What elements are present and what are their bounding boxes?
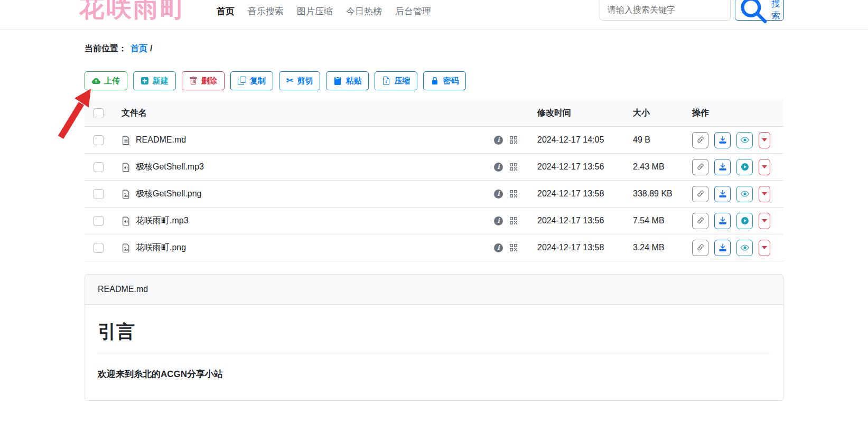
qr-code-icon[interactable] — [509, 243, 518, 252]
nav-item-music-search[interactable]: 音乐搜索 — [248, 5, 284, 17]
info-icon[interactable]: i — [494, 216, 503, 225]
paste-button[interactable]: 粘贴 — [326, 71, 369, 90]
plus-square-icon — [141, 77, 149, 85]
link-button[interactable] — [692, 159, 708, 175]
copy-button-label: 复制 — [250, 76, 266, 86]
file-name-link[interactable]: 极核GetShell.png — [136, 189, 202, 200]
file-name-link[interactable]: 极核GetShell.mp3 — [136, 162, 204, 173]
file-image-icon — [122, 243, 130, 252]
preview-button[interactable] — [736, 240, 753, 256]
column-header-size: 大小 — [625, 108, 684, 119]
cut-button[interactable]: ✂ 剪切 — [279, 71, 320, 90]
link-icon — [696, 243, 705, 252]
file-name-link[interactable]: 花咲雨町.png — [136, 242, 186, 253]
delete-button-label: 删除 — [201, 76, 217, 86]
info-icon[interactable]: i — [494, 243, 503, 252]
nav-item-admin[interactable]: 后台管理 — [395, 5, 431, 17]
table-row: 极核GetShell.mp3 i 2024-12-17 13:56 2.43 M… — [85, 154, 783, 181]
paste-button-label: 粘贴 — [346, 76, 361, 86]
row-checkbox[interactable] — [94, 162, 104, 172]
info-icon[interactable]: i — [494, 163, 503, 172]
qr-code-icon[interactable] — [509, 136, 518, 144]
site-logo-text: 花咲雨町 — [79, 0, 187, 22]
nav-item-trending[interactable]: 今日热榜 — [346, 5, 382, 17]
info-icon[interactable]: i — [494, 190, 503, 199]
readme-heading: 引言 — [98, 319, 770, 344]
new-button-label: 新建 — [153, 76, 169, 86]
nav-item-home[interactable]: 首页 — [217, 5, 235, 17]
download-button[interactable] — [714, 240, 731, 256]
table-row: README.md i 2024-12-17 14:05 49 B — [85, 127, 783, 154]
row-checkbox[interactable] — [94, 216, 104, 226]
new-button[interactable]: 新建 — [133, 71, 176, 90]
download-button[interactable] — [714, 159, 731, 175]
main-content: 当前位置：首页/ 上传 新建 删除 复制 ✂ 剪切 粘贴 压缩 — [85, 43, 783, 401]
more-actions-button[interactable] — [759, 132, 770, 148]
more-actions-button[interactable] — [759, 213, 770, 229]
compress-button-label: 压缩 — [394, 76, 410, 86]
download-button[interactable] — [714, 213, 731, 229]
column-header-modified: 修改时间 — [528, 108, 625, 119]
more-actions-button[interactable] — [759, 240, 770, 256]
compress-button[interactable]: 压缩 — [375, 71, 417, 90]
eye-icon — [741, 190, 749, 198]
link-icon — [696, 136, 705, 144]
scissors-icon: ✂ — [286, 77, 293, 85]
file-name-link[interactable]: README.md — [136, 135, 186, 145]
main-nav: 首页 音乐搜索 图片压缩 今日热榜 后台管理 — [217, 0, 431, 22]
download-icon — [718, 163, 727, 171]
file-table: 文件名 修改时间 大小 操作 README.md i 2024-12-17 14… — [85, 100, 783, 261]
download-icon — [718, 136, 727, 144]
delete-button[interactable]: 删除 — [182, 71, 225, 90]
row-checkbox[interactable] — [94, 135, 104, 145]
paste-icon — [333, 77, 342, 85]
password-button[interactable]: 密码 — [423, 71, 466, 90]
site-logo[interactable]: 花咲雨町 — [79, 0, 187, 25]
upload-button[interactable]: 上传 — [85, 71, 127, 90]
select-all-checkbox[interactable] — [94, 108, 104, 118]
link-button[interactable] — [692, 240, 708, 256]
file-text-icon — [122, 136, 130, 145]
link-button[interactable] — [692, 213, 708, 229]
play-circle-icon — [741, 163, 749, 171]
row-checkbox[interactable] — [94, 243, 104, 253]
readme-divider — [98, 353, 770, 353]
qr-code-icon[interactable] — [509, 190, 518, 198]
download-button[interactable] — [714, 132, 731, 148]
link-icon — [696, 190, 705, 198]
caret-down-icon — [762, 192, 767, 195]
link-button[interactable] — [692, 132, 708, 148]
breadcrumb: 当前位置：首页/ — [85, 43, 783, 54]
modified-time: 2024-12-17 13:58 — [528, 243, 625, 252]
link-button[interactable] — [692, 186, 708, 202]
readme-text: 欢迎来到糸北的ACGN分享小站 — [98, 368, 770, 380]
info-icon[interactable]: i — [494, 136, 503, 145]
link-icon — [696, 163, 705, 171]
search-input[interactable] — [600, 0, 731, 21]
modified-time: 2024-12-17 13:56 — [528, 162, 625, 172]
more-actions-button[interactable] — [759, 159, 770, 175]
play-button[interactable] — [736, 213, 753, 229]
table-row: 极核GetShell.png i 2024-12-17 13:58 338.89… — [85, 181, 783, 208]
search-icon — [739, 0, 768, 30]
file-name-link[interactable]: 花咲雨町.mp3 — [136, 215, 189, 227]
file-size: 7.54 MB — [625, 216, 684, 225]
modified-time: 2024-12-17 13:56 — [528, 216, 625, 225]
search-button[interactable]: 搜索 — [735, 0, 784, 21]
qr-code-icon[interactable] — [509, 163, 518, 171]
breadcrumb-home-link[interactable]: 首页 — [130, 44, 147, 53]
download-button[interactable] — [714, 186, 731, 202]
trash-icon — [189, 77, 198, 85]
copy-button[interactable]: 复制 — [230, 71, 273, 90]
column-header-actions: 操作 — [684, 108, 783, 119]
preview-button[interactable] — [736, 186, 753, 202]
preview-button[interactable] — [736, 132, 753, 148]
row-checkbox[interactable] — [94, 189, 104, 199]
qr-code-icon[interactable] — [509, 216, 518, 225]
breadcrumb-label: 当前位置： — [85, 44, 127, 53]
top-header: 花咲雨町 首页 音乐搜索 图片压缩 今日热榜 后台管理 搜索 — [0, 0, 868, 30]
more-actions-button[interactable] — [759, 186, 770, 202]
play-button[interactable] — [736, 159, 753, 175]
nav-item-image-compress[interactable]: 图片压缩 — [297, 5, 333, 17]
download-icon — [718, 243, 727, 252]
